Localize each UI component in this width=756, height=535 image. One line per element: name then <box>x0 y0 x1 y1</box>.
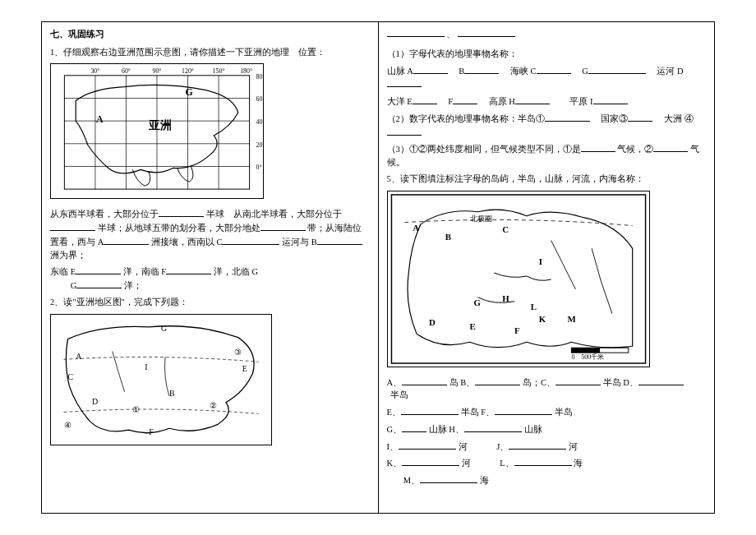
blank[interactable] <box>593 95 628 104</box>
r-ans-row1: A、 岛 B、 岛；C、 半岛 D、 半岛 <box>387 376 707 403</box>
section-title: 七、巩固练习 <box>50 27 370 41</box>
svg-text:0　500千米: 0 500千米 <box>571 353 604 361</box>
r-ans-row3: G、 山脉 H、 山脉 <box>387 422 707 436</box>
map2-svg: A B C D E F G I ① ② ③ ④ <box>51 315 271 445</box>
right-column: 、 （1）字母代表的地理事物名称： 山脉 A B 海峡 C G 运河 D 大洋 … <box>379 22 715 513</box>
left-column: 七、巩固练习 1、仔细观察右边亚洲范围示意图，请你描述一下亚洲的地理 位置： <box>42 22 379 513</box>
r-ans-row4: I、 河 J、 河 <box>387 440 707 454</box>
europe-map: 0 500千米 A B 北极圈 C D E F G H I K L M <box>387 191 650 367</box>
blank[interactable] <box>76 279 122 288</box>
svg-text:③: ③ <box>234 348 242 357</box>
blank[interactable] <box>453 95 477 104</box>
r-line-ocean: 大洋 E F 高原 H 平原 I <box>387 95 707 108</box>
content-frame: 七、巩固练习 1、仔细观察右边亚洲范围示意图，请你描述一下亚洲的地理 位置： <box>41 21 715 514</box>
blank[interactable] <box>464 64 499 74</box>
svg-text:M: M <box>567 313 575 323</box>
blank[interactable] <box>222 235 279 245</box>
svg-text:G: G <box>161 323 167 332</box>
page-root: 七、巩固练习 1、仔细观察右边亚洲范围示意图，请你描述一下亚洲的地理 位置： <box>0 0 756 535</box>
svg-text:G: G <box>186 86 193 98</box>
svg-text:20°: 20° <box>256 141 263 149</box>
svg-text:30°: 30° <box>90 67 99 75</box>
q1-body-1: 从东西半球看，大部分位于 半球 从南北半球看，大部分位于 半球；从地球五带的划分… <box>50 207 370 261</box>
svg-text:④: ④ <box>64 421 71 430</box>
blank[interactable] <box>317 235 362 245</box>
blank[interactable] <box>458 27 515 37</box>
svg-text:C: C <box>502 224 509 233</box>
r-q5: 5、读下图填注标注字母的岛屿，半岛，山脉，河流，内海名称： <box>387 173 707 186</box>
svg-rect-38 <box>571 348 600 353</box>
svg-text:D: D <box>92 396 98 405</box>
svg-text:A: A <box>96 113 104 125</box>
q1-body-2: 东临 E 洋，南临 F 洋，北临 G 洋； G 洋； <box>50 265 370 293</box>
blank[interactable] <box>588 64 646 74</box>
svg-text:C: C <box>67 372 73 381</box>
r-ans-row2: E、 半岛 F、 半岛 <box>387 405 707 419</box>
blank[interactable] <box>537 64 571 74</box>
svg-text:90°: 90° <box>152 67 161 75</box>
blank[interactable] <box>50 221 95 231</box>
blank[interactable] <box>638 376 684 385</box>
r-ans-row5: K、 河 L、 海 <box>387 456 707 470</box>
svg-text:北极圈: 北极圈 <box>469 214 491 222</box>
svg-text:②: ② <box>210 400 217 409</box>
blank[interactable] <box>581 142 615 152</box>
blank[interactable] <box>104 235 149 245</box>
svg-text:E: E <box>242 364 247 373</box>
svg-text:L: L <box>530 301 536 311</box>
svg-text:180°: 180° <box>240 67 252 75</box>
svg-text:60°: 60° <box>256 96 263 104</box>
r-q2: （2）数字代表的地理事物名称：半岛① 国家③ 大洲 ④ <box>387 112 707 140</box>
blank[interactable] <box>515 95 550 104</box>
svg-text:B: B <box>169 388 175 397</box>
blank[interactable] <box>628 112 652 122</box>
svg-text:40°: 40° <box>256 118 263 126</box>
svg-rect-36 <box>391 194 645 362</box>
r-q3: （3）①②两处纬度相同，但气候类型不同，①是 气候，② 气候。 <box>387 142 707 169</box>
blank[interactable] <box>399 440 456 450</box>
blank[interactable] <box>495 405 552 415</box>
blank[interactable] <box>514 456 572 466</box>
svg-text:I: I <box>538 256 542 266</box>
blank[interactable] <box>387 77 422 87</box>
blank[interactable] <box>509 440 566 450</box>
blank[interactable] <box>402 456 459 466</box>
svg-text:60°: 60° <box>122 67 131 75</box>
q2-intro: 2、读"亚洲地区图"，完成下列题： <box>50 296 370 309</box>
blank[interactable] <box>387 126 422 136</box>
svg-text:E: E <box>469 321 475 331</box>
r-line-mountain: 山脉 A B 海峡 C G 运河 D <box>387 64 707 92</box>
svg-text:0°: 0° <box>256 164 262 172</box>
svg-text:G: G <box>473 297 481 307</box>
blank[interactable] <box>475 376 520 385</box>
blank[interactable] <box>464 422 522 432</box>
svg-text:A: A <box>76 352 82 361</box>
blank[interactable] <box>653 142 688 152</box>
blank[interactable] <box>545 112 590 122</box>
svg-text:80°: 80° <box>256 73 263 81</box>
svg-text:A: A <box>413 222 419 232</box>
svg-text:B: B <box>445 232 450 242</box>
blank[interactable] <box>402 376 447 385</box>
blank[interactable] <box>387 27 445 37</box>
svg-text:D: D <box>429 317 436 327</box>
top-blank-line: 、 <box>387 27 707 41</box>
blank[interactable] <box>166 265 211 274</box>
svg-text:亚洲: 亚洲 <box>148 119 172 131</box>
blank[interactable] <box>413 64 448 74</box>
blank[interactable] <box>401 405 459 415</box>
svg-text:K: K <box>538 313 546 323</box>
svg-text:F: F <box>149 427 154 436</box>
map3-svg: 0 500千米 A B 北极圈 C D E F G H I K L M <box>388 191 649 367</box>
svg-text:I: I <box>145 362 147 371</box>
blank[interactable] <box>555 376 601 385</box>
svg-text:150°: 150° <box>213 67 225 75</box>
blank[interactable] <box>159 207 204 217</box>
blank[interactable] <box>413 95 437 104</box>
blank[interactable] <box>76 265 121 274</box>
asia-outline-map: 30° 60° 90° 120° 150° 180° 80° 60° 40° 2… <box>50 63 264 199</box>
blank[interactable] <box>420 473 477 483</box>
blank[interactable] <box>402 422 426 432</box>
r-ans-row6: M、M、 海 <box>387 473 707 487</box>
blank[interactable] <box>260 221 306 231</box>
